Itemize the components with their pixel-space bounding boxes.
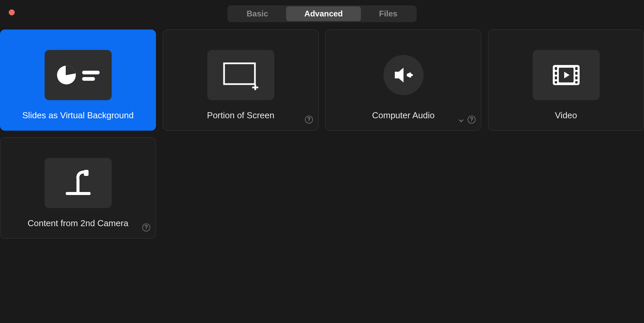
film-icon: [552, 64, 580, 86]
svg-rect-22: [84, 170, 89, 176]
second-camera-icon-tile: [45, 158, 112, 208]
card-portion-of-screen[interactable]: Portion of Screen ?: [163, 29, 319, 131]
audio-icon-circle: [383, 55, 424, 95]
chevron-down-icon[interactable]: [459, 119, 464, 122]
window-controls: [9, 9, 15, 15]
close-window-button[interactable]: [9, 9, 15, 15]
svg-rect-17: [575, 72, 578, 75]
svg-rect-18: [575, 76, 578, 79]
tab-basic[interactable]: Basic: [228, 6, 286, 21]
presentation-icon: [55, 63, 102, 87]
svg-rect-3: [82, 77, 95, 81]
card-label-audio: Computer Audio: [372, 110, 434, 121]
document-camera-icon: [60, 168, 97, 198]
tab-advanced[interactable]: Advanced: [286, 6, 361, 21]
card-computer-audio[interactable]: Computer Audio ?: [325, 29, 481, 131]
speaker-icon: [393, 66, 414, 84]
svg-rect-2: [82, 71, 100, 74]
svg-rect-13: [555, 72, 557, 75]
portion-screen-icon-tile: [207, 50, 274, 100]
share-options-grid: Slides as Virtual Background Portion of …: [0, 22, 644, 239]
help-icon[interactable]: ?: [468, 116, 476, 124]
card-slides-virtual-background[interactable]: Slides as Virtual Background: [0, 29, 156, 131]
tab-bar: Basic Advanced Files: [0, 0, 644, 22]
card-label-slides: Slides as Virtual Background: [22, 110, 134, 121]
svg-rect-19: [575, 81, 578, 83]
svg-rect-1: [66, 66, 67, 75]
tab-files[interactable]: Files: [361, 6, 416, 21]
svg-rect-4: [224, 63, 255, 84]
card-label-video: Video: [555, 110, 577, 121]
help-icon[interactable]: ?: [305, 116, 313, 124]
video-icon-tile: [533, 50, 600, 100]
help-icon[interactable]: ?: [142, 223, 150, 232]
card-second-camera[interactable]: Content from 2nd Camera ?: [0, 137, 156, 239]
card-label-portion: Portion of Screen: [207, 110, 274, 121]
svg-rect-21: [76, 178, 79, 193]
screen-portion-icon: [221, 60, 261, 90]
segmented-control: Basic Advanced Files: [227, 5, 416, 22]
svg-rect-15: [555, 81, 557, 83]
slides-icon-tile: [45, 50, 112, 100]
card-label-second-camera: Content from 2nd Camera: [28, 218, 128, 229]
svg-rect-12: [555, 67, 557, 70]
svg-rect-16: [575, 67, 578, 70]
card-video[interactable]: Video: [488, 29, 644, 131]
svg-rect-14: [555, 76, 557, 79]
